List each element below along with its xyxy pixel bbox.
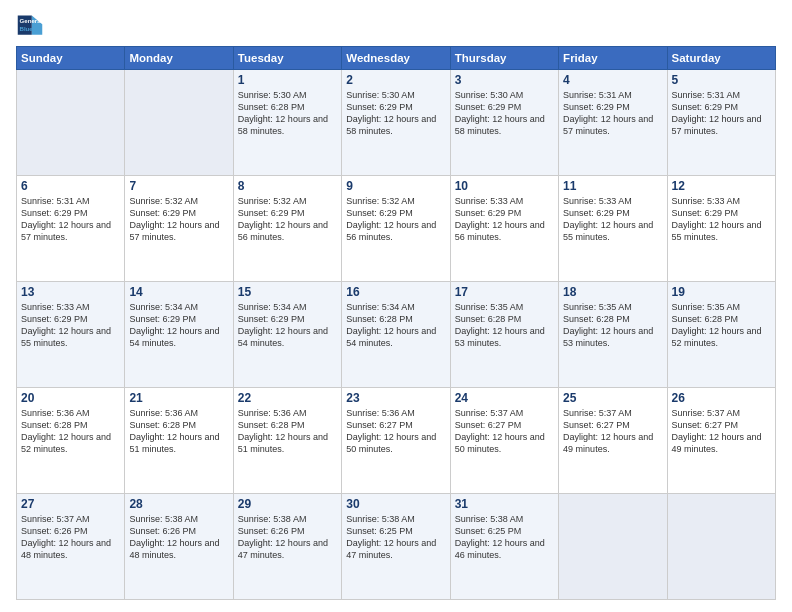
weekday-header: Thursday [450,47,558,70]
calendar-cell: 18Sunrise: 5:35 AM Sunset: 6:28 PM Dayli… [559,282,667,388]
day-number: 5 [672,73,771,87]
day-info: Sunrise: 5:36 AM Sunset: 6:28 PM Dayligh… [129,407,228,456]
calendar-cell: 6Sunrise: 5:31 AM Sunset: 6:29 PM Daylig… [17,176,125,282]
day-number: 23 [346,391,445,405]
calendar-cell: 25Sunrise: 5:37 AM Sunset: 6:27 PM Dayli… [559,388,667,494]
weekday-header: Monday [125,47,233,70]
calendar-cell: 1Sunrise: 5:30 AM Sunset: 6:28 PM Daylig… [233,70,341,176]
day-number: 18 [563,285,662,299]
day-number: 4 [563,73,662,87]
day-info: Sunrise: 5:33 AM Sunset: 6:29 PM Dayligh… [21,301,120,350]
day-number: 6 [21,179,120,193]
day-number: 20 [21,391,120,405]
day-number: 31 [455,497,554,511]
calendar-cell: 7Sunrise: 5:32 AM Sunset: 6:29 PM Daylig… [125,176,233,282]
day-number: 21 [129,391,228,405]
day-number: 16 [346,285,445,299]
day-info: Sunrise: 5:30 AM Sunset: 6:29 PM Dayligh… [346,89,445,138]
calendar-cell: 30Sunrise: 5:38 AM Sunset: 6:25 PM Dayli… [342,494,450,600]
day-number: 9 [346,179,445,193]
day-number: 24 [455,391,554,405]
calendar-week-row: 13Sunrise: 5:33 AM Sunset: 6:29 PM Dayli… [17,282,776,388]
logo-icon: General Blue [16,12,44,40]
day-info: Sunrise: 5:38 AM Sunset: 6:25 PM Dayligh… [346,513,445,562]
day-number: 10 [455,179,554,193]
calendar-week-row: 20Sunrise: 5:36 AM Sunset: 6:28 PM Dayli… [17,388,776,494]
calendar-cell [559,494,667,600]
calendar-cell: 24Sunrise: 5:37 AM Sunset: 6:27 PM Dayli… [450,388,558,494]
day-info: Sunrise: 5:31 AM Sunset: 6:29 PM Dayligh… [563,89,662,138]
calendar-cell: 20Sunrise: 5:36 AM Sunset: 6:28 PM Dayli… [17,388,125,494]
day-number: 28 [129,497,228,511]
calendar-cell: 3Sunrise: 5:30 AM Sunset: 6:29 PM Daylig… [450,70,558,176]
calendar-cell: 2Sunrise: 5:30 AM Sunset: 6:29 PM Daylig… [342,70,450,176]
day-number: 30 [346,497,445,511]
day-number: 17 [455,285,554,299]
weekday-header: Friday [559,47,667,70]
day-info: Sunrise: 5:32 AM Sunset: 6:29 PM Dayligh… [129,195,228,244]
day-number: 27 [21,497,120,511]
day-number: 7 [129,179,228,193]
day-number: 13 [21,285,120,299]
day-number: 22 [238,391,337,405]
day-number: 26 [672,391,771,405]
day-number: 15 [238,285,337,299]
day-info: Sunrise: 5:35 AM Sunset: 6:28 PM Dayligh… [455,301,554,350]
day-info: Sunrise: 5:30 AM Sunset: 6:28 PM Dayligh… [238,89,337,138]
day-info: Sunrise: 5:33 AM Sunset: 6:29 PM Dayligh… [455,195,554,244]
day-number: 2 [346,73,445,87]
weekday-header: Tuesday [233,47,341,70]
page: General Blue SundayMondayTuesdayWednesda… [0,0,792,612]
day-info: Sunrise: 5:31 AM Sunset: 6:29 PM Dayligh… [21,195,120,244]
weekday-header: Saturday [667,47,775,70]
day-info: Sunrise: 5:38 AM Sunset: 6:25 PM Dayligh… [455,513,554,562]
day-info: Sunrise: 5:31 AM Sunset: 6:29 PM Dayligh… [672,89,771,138]
calendar-cell [125,70,233,176]
day-number: 12 [672,179,771,193]
calendar-cell: 9Sunrise: 5:32 AM Sunset: 6:29 PM Daylig… [342,176,450,282]
day-info: Sunrise: 5:34 AM Sunset: 6:28 PM Dayligh… [346,301,445,350]
logo: General Blue [16,12,44,40]
calendar-cell: 15Sunrise: 5:34 AM Sunset: 6:29 PM Dayli… [233,282,341,388]
day-info: Sunrise: 5:37 AM Sunset: 6:26 PM Dayligh… [21,513,120,562]
weekday-header: Wednesday [342,47,450,70]
day-number: 14 [129,285,228,299]
day-number: 25 [563,391,662,405]
calendar-cell: 14Sunrise: 5:34 AM Sunset: 6:29 PM Dayli… [125,282,233,388]
calendar-cell: 11Sunrise: 5:33 AM Sunset: 6:29 PM Dayli… [559,176,667,282]
calendar-cell: 13Sunrise: 5:33 AM Sunset: 6:29 PM Dayli… [17,282,125,388]
day-info: Sunrise: 5:37 AM Sunset: 6:27 PM Dayligh… [455,407,554,456]
day-number: 11 [563,179,662,193]
day-info: Sunrise: 5:38 AM Sunset: 6:26 PM Dayligh… [129,513,228,562]
day-info: Sunrise: 5:33 AM Sunset: 6:29 PM Dayligh… [563,195,662,244]
calendar-cell: 31Sunrise: 5:38 AM Sunset: 6:25 PM Dayli… [450,494,558,600]
calendar-cell [17,70,125,176]
day-info: Sunrise: 5:36 AM Sunset: 6:27 PM Dayligh… [346,407,445,456]
calendar-cell: 10Sunrise: 5:33 AM Sunset: 6:29 PM Dayli… [450,176,558,282]
day-info: Sunrise: 5:35 AM Sunset: 6:28 PM Dayligh… [563,301,662,350]
day-info: Sunrise: 5:34 AM Sunset: 6:29 PM Dayligh… [129,301,228,350]
calendar-week-row: 27Sunrise: 5:37 AM Sunset: 6:26 PM Dayli… [17,494,776,600]
svg-text:General: General [20,17,43,24]
day-info: Sunrise: 5:34 AM Sunset: 6:29 PM Dayligh… [238,301,337,350]
calendar-cell: 12Sunrise: 5:33 AM Sunset: 6:29 PM Dayli… [667,176,775,282]
svg-text:Blue: Blue [20,25,34,32]
calendar-cell: 22Sunrise: 5:36 AM Sunset: 6:28 PM Dayli… [233,388,341,494]
calendar-week-row: 6Sunrise: 5:31 AM Sunset: 6:29 PM Daylig… [17,176,776,282]
calendar-cell: 26Sunrise: 5:37 AM Sunset: 6:27 PM Dayli… [667,388,775,494]
day-number: 19 [672,285,771,299]
weekday-header: Sunday [17,47,125,70]
calendar-cell: 29Sunrise: 5:38 AM Sunset: 6:26 PM Dayli… [233,494,341,600]
day-number: 3 [455,73,554,87]
day-info: Sunrise: 5:33 AM Sunset: 6:29 PM Dayligh… [672,195,771,244]
calendar-cell: 27Sunrise: 5:37 AM Sunset: 6:26 PM Dayli… [17,494,125,600]
day-number: 8 [238,179,337,193]
calendar-week-row: 1Sunrise: 5:30 AM Sunset: 6:28 PM Daylig… [17,70,776,176]
calendar-table: SundayMondayTuesdayWednesdayThursdayFrid… [16,46,776,600]
day-number: 1 [238,73,337,87]
day-info: Sunrise: 5:37 AM Sunset: 6:27 PM Dayligh… [563,407,662,456]
day-info: Sunrise: 5:37 AM Sunset: 6:27 PM Dayligh… [672,407,771,456]
calendar-cell: 23Sunrise: 5:36 AM Sunset: 6:27 PM Dayli… [342,388,450,494]
day-info: Sunrise: 5:36 AM Sunset: 6:28 PM Dayligh… [238,407,337,456]
header: General Blue [16,12,776,40]
